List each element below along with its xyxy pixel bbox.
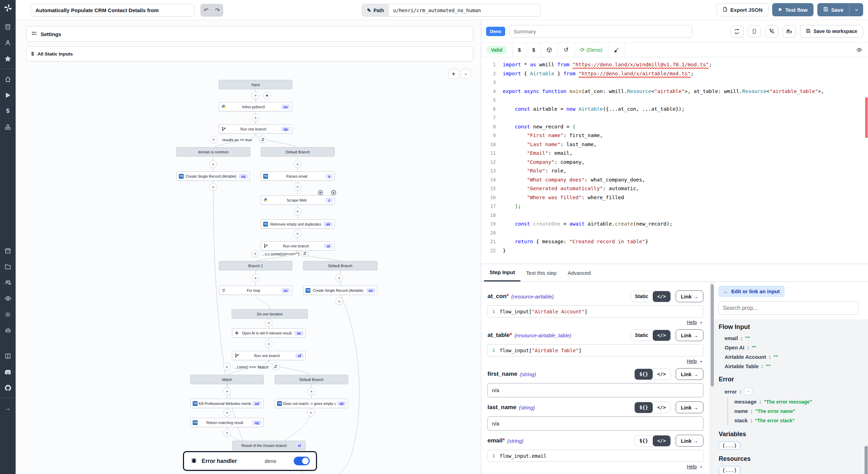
prop-entry-error-stack[interactable]: stack:"The error stack" (728, 416, 868, 425)
all-static-inputs-bar[interactable]: $ All Static Inputs (26, 46, 473, 61)
add-step-button[interactable]: + (294, 230, 301, 237)
code-mode-button[interactable]: </> (653, 402, 670, 413)
preview-eye-icon[interactable] (851, 43, 868, 57)
folders-icon[interactable] (0, 259, 16, 274)
flow-node-domain-is-common[interactable]: domain is common (176, 147, 250, 156)
error-handler-toggle[interactable] (294, 457, 310, 465)
export-json-button[interactable]: Export JSON (716, 3, 769, 16)
code-editor[interactable]: 1import * as wmill from "https://deno.la… (481, 57, 868, 264)
flow-node-create-single-record-an[interactable]: TS Create Single Record (Airtable) an (303, 286, 377, 295)
workspace-icon[interactable] (0, 19, 16, 35)
add-step-button[interactable]: + (265, 319, 273, 327)
flow-node-for-loop[interactable]: For loop ac (219, 286, 292, 295)
prop-entry-error-message[interactable]: message:"The error message" (728, 397, 868, 406)
add-step-button[interactable]: + (294, 183, 301, 191)
flow-node-inline-python3[interactable]: Inline python3 ao (219, 102, 292, 111)
add-step-button[interactable]: + (223, 388, 231, 395)
add-step-button[interactable]: + (252, 274, 259, 282)
flow-node-openai-relevant[interactable]: ✻ Open AI to tell if relevant result ae (232, 328, 306, 338)
test-flow-button[interactable]: Test flow (772, 3, 813, 16)
user-icon[interactable] (0, 35, 16, 51)
first-name-value-input[interactable] (487, 383, 703, 397)
format-brush-icon[interactable] (608, 43, 625, 57)
summary-input[interactable] (509, 25, 692, 38)
expr-editor-at-con[interactable]: 1 flow_input["Airtable Account"] (487, 305, 703, 318)
remove-branch-icon[interactable]: × (223, 363, 231, 371)
chevron-down-icon[interactable] (699, 465, 703, 469)
move-node-icon[interactable] (318, 190, 324, 196)
swap-branch-icon[interactable]: ⇵ (259, 136, 267, 143)
path-field[interactable]: ✎ Path u/henri/crm_automated_no_human (362, 4, 541, 17)
undo-icon[interactable]: ↶ (204, 7, 208, 14)
link-button[interactable]: Link → (676, 290, 703, 302)
static-mode-button[interactable]: Static (631, 291, 653, 302)
link-button[interactable]: Link → (676, 329, 703, 341)
flow-node-default-branch-1[interactable]: Default Branch (261, 147, 335, 156)
add-step-button[interactable]: + (223, 409, 231, 416)
flow-node-no-match-empty[interactable]: TS Does not match -> gives empty value a… (275, 399, 348, 408)
add-step-button[interactable]: + (307, 409, 315, 416)
phone-icon[interactable] (765, 25, 778, 37)
prop-entry-email[interactable]: email:"" (719, 333, 868, 343)
language-badge[interactable]: Deno (486, 27, 505, 36)
template-mode-button[interactable]: ${} (635, 369, 652, 380)
zoom-out-button[interactable]: - (460, 69, 471, 79)
flow-node-do-one-iteration[interactable]: Do one iteration (232, 309, 308, 319)
remove-branch-icon[interactable]: × (251, 250, 259, 257)
last-name-value-input[interactable] (487, 416, 703, 431)
help-link[interactable]: Help (687, 320, 697, 325)
prop-entry-error-name[interactable]: name:"The error name" (728, 406, 868, 416)
runs-play-icon[interactable] (0, 87, 16, 103)
redo-icon[interactable]: ↷ (215, 7, 220, 14)
add-step-button[interactable]: + (265, 340, 273, 348)
trigger-bolt-icon[interactable] (263, 92, 271, 99)
code-mode-button[interactable]: </> (653, 330, 670, 341)
flow-node-kill-websites[interactable]: TS Kill Professional Websites mentions a… (190, 399, 264, 408)
sync-icon[interactable] (731, 25, 744, 37)
add-step-button[interactable]: + (252, 92, 259, 99)
flow-node-input[interactable]: Input (219, 80, 292, 89)
tab-advanced[interactable]: Advanced (562, 264, 596, 281)
zoom-in-button[interactable]: + (448, 69, 459, 79)
template-mode-button[interactable]: ${} (635, 402, 652, 413)
template-mode-button[interactable]: ${} (635, 435, 652, 446)
github-icon[interactable] (0, 380, 16, 396)
home-icon[interactable] (0, 71, 16, 87)
save-to-workspace-button[interactable]: Save to workspace (800, 25, 863, 37)
flow-node-default-branch-2[interactable]: Default Branch (303, 261, 377, 270)
docs-book-icon[interactable] (0, 348, 16, 364)
reset-icon[interactable]: ↺ (558, 43, 574, 57)
flow-node-match[interactable]: Match (190, 375, 264, 384)
link-button[interactable]: Link → (676, 435, 703, 447)
search-prop-input[interactable] (718, 301, 859, 315)
prop-entry-error[interactable]: error:- (719, 386, 868, 397)
prop-entry-airtable-account[interactable]: Airtable Account:"" (719, 352, 868, 362)
add-step-button[interactable]: + (335, 274, 343, 282)
expr-editor-email[interactable]: 1 flow_input.email (487, 450, 703, 462)
flow-settings-bar[interactable]: Settings (26, 26, 473, 42)
variables-dollar-icon[interactable]: $ (0, 103, 16, 119)
variable-picker-icon[interactable]: $ (512, 43, 527, 57)
add-step-button[interactable]: + (209, 160, 217, 168)
schedules-calendar-icon[interactable] (0, 243, 16, 259)
package-icon[interactable] (541, 43, 558, 57)
groups-icon[interactable] (0, 274, 16, 290)
flow-node-default-branch-3[interactable]: Default Branch (275, 375, 348, 384)
help-link[interactable]: Help (687, 358, 697, 364)
code-mode-button[interactable]: </> (653, 291, 670, 302)
flow-node-create-single-record-aq[interactable]: TS Create Single Record (Airtable) aq (176, 171, 250, 181)
code-mode-button[interactable]: </> (653, 435, 670, 446)
flow-node-branch-1[interactable]: Branch 1 (219, 261, 292, 270)
resource-picker-icon[interactable]: $ (527, 43, 541, 57)
expr-editor-at-table[interactable]: 1 flow_input["Airtable Table"] (487, 344, 703, 356)
prop-entry-openai[interactable]: Open AI:"" (719, 343, 868, 352)
swap-branch-icon[interactable]: ⇵ (272, 363, 279, 370)
chevron-down-icon[interactable] (699, 320, 703, 325)
static-mode-button[interactable]: Static (631, 330, 653, 341)
collapse-button[interactable]: - (744, 388, 752, 395)
flow-node-return-matching[interactable]: TS Return matching result ag (190, 418, 264, 427)
robot-icon[interactable] (0, 322, 16, 338)
mobile-icon[interactable] (748, 25, 761, 37)
save-button[interactable]: Save (817, 3, 849, 16)
collapse-arrow-icon[interactable]: → (0, 400, 16, 416)
